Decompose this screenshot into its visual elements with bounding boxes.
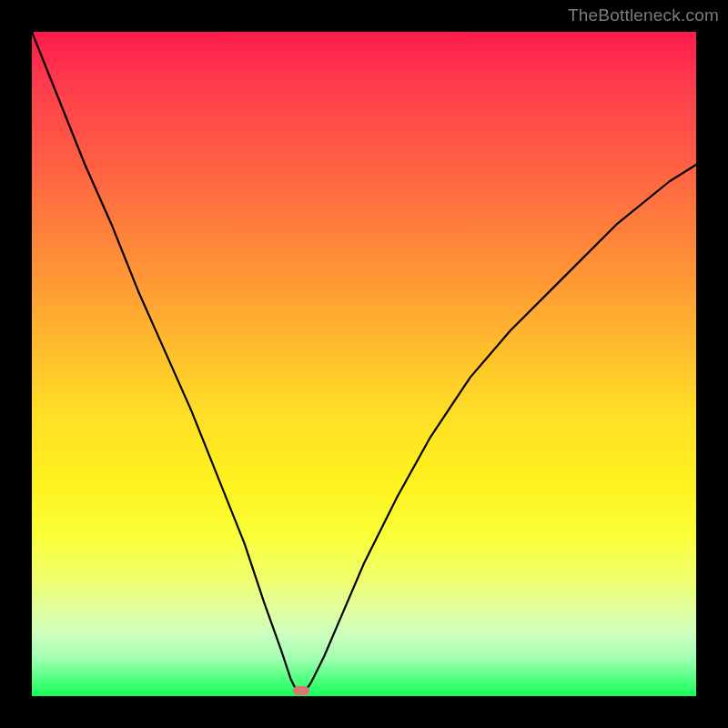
bottleneck-curve [32, 32, 696, 693]
watermark-text: TheBottleneck.com [568, 5, 719, 25]
chart-frame: TheBottleneck.com [0, 0, 728, 728]
minimum-marker [293, 686, 309, 695]
curve-layer [32, 32, 696, 696]
plot-area [32, 32, 696, 696]
